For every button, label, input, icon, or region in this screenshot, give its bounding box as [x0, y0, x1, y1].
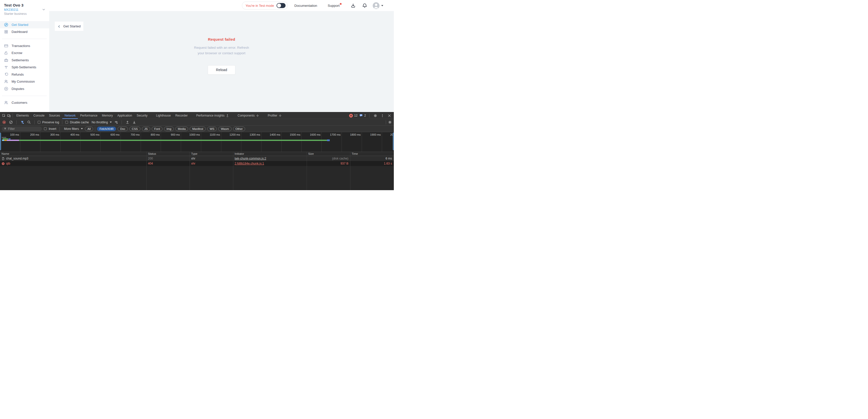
filter-funnel-icon[interactable]	[20, 120, 25, 125]
request-time: 6 ms	[350, 156, 394, 161]
initiator-link[interactable]: twk-chunk-common.js:2	[235, 156, 266, 161]
sidebar-item-disputes[interactable]: Disputes	[0, 85, 49, 92]
filter-type-manifest[interactable]: Manifest	[190, 127, 206, 131]
network-conditions-icon[interactable]	[114, 120, 119, 125]
download-icon[interactable]	[351, 3, 355, 8]
reload-button[interactable]: Reload	[208, 65, 235, 74]
disable-cache-checkbox[interactable]	[65, 121, 68, 124]
sidebar-item-transactions[interactable]: Transactions	[0, 42, 49, 50]
import-har-icon[interactable]	[125, 120, 130, 125]
more-filters-dropdown[interactable]: More filters	[64, 127, 83, 131]
sidebar-divider	[2, 39, 47, 39]
filter-type-js[interactable]: JS	[142, 127, 150, 131]
devtools-tab-security[interactable]: Security	[134, 112, 150, 119]
request-name-text: qtb	[6, 161, 10, 166]
sidebar-item-escrow[interactable]: Escrow	[0, 50, 49, 57]
filter-type-img[interactable]: Img	[164, 127, 174, 131]
support-link[interactable]: Support	[328, 4, 340, 7]
back-button[interactable]: Get Started	[55, 22, 83, 31]
invert-label[interactable]: Invert	[49, 127, 56, 131]
overview-right-handle[interactable]	[393, 132, 394, 150]
sidebar-item-get-started[interactable]: Get Started	[0, 21, 49, 28]
notifications-bell-icon[interactable]	[362, 3, 367, 8]
record-network-log-icon[interactable]	[1, 120, 6, 125]
filter-type-other[interactable]: Other	[233, 127, 245, 131]
devtools-tab-lighthouse[interactable]: Lighthouse	[154, 112, 173, 119]
filter-type-wasm[interactable]: Wasm	[218, 127, 231, 131]
clear-network-log-icon[interactable]	[8, 120, 13, 125]
inspect-element-icon[interactable]	[1, 113, 6, 118]
devtools-tab-performance-insights[interactable]: Performance insights	[194, 112, 231, 119]
network-overview-timeline[interactable]: 100 ms200 ms300 ms400 ms500 ms600 ms700 …	[0, 132, 394, 152]
devtools-tab-network[interactable]: Network	[62, 112, 78, 119]
timeline-tick-label: 1600 ms	[303, 133, 320, 136]
throttling-select[interactable]: No throttling	[92, 121, 112, 124]
devtools-tab-elements[interactable]: Elements	[14, 112, 31, 119]
waterfall-waiting-bar	[2, 139, 8, 140]
filter-input-wrap[interactable]	[2, 127, 42, 131]
documentation-link[interactable]: Documentation	[294, 4, 317, 7]
timeline-gridline	[281, 132, 282, 152]
preserve-log-checkbox[interactable]	[38, 121, 40, 124]
column-divider[interactable]	[307, 152, 307, 190]
sidebar-item-customers[interactable]: Customers	[0, 99, 49, 107]
column-header-status[interactable]: Status	[147, 152, 190, 156]
column-header-name[interactable]: Name	[0, 152, 147, 156]
column-divider[interactable]	[350, 152, 350, 190]
console-errors-badge[interactable]: ✕ 12	[349, 114, 358, 118]
sidebar-item-my-commission[interactable]: My Commission	[0, 78, 49, 85]
sidebar-item-refunds[interactable]: Refunds	[0, 71, 49, 78]
filter-type-font[interactable]: Font	[152, 127, 162, 131]
column-header-type[interactable]: Type	[190, 152, 233, 156]
timeline-tick-label: 2000 ms	[383, 133, 394, 136]
devtools-tab-recorder[interactable]: Recorder	[173, 112, 190, 119]
devtools-menu-kebab-icon[interactable]	[380, 113, 385, 118]
test-mode-pill[interactable]: You're in Test mode	[242, 1, 288, 9]
filter-input[interactable]	[8, 127, 36, 131]
devtools-tab-sources[interactable]: Sources	[47, 112, 62, 119]
devtools-tab-performance[interactable]: Performance	[78, 112, 100, 119]
column-header-size[interactable]: Size	[307, 152, 350, 156]
test-mode-toggle[interactable]	[277, 3, 285, 8]
column-header-initiator[interactable]: Initiator	[233, 152, 307, 156]
initiator-link[interactable]: 2.fd8b184e.chunk.js:1	[235, 161, 264, 166]
request-row-chat-sound-mp3[interactable]: chat_sound.mp3200xhrtwk-chunk-common.js:…	[0, 156, 394, 161]
devtools-settings-gear-icon[interactable]	[373, 113, 378, 118]
filter-type-doc[interactable]: Doc	[118, 127, 128, 131]
timeline-gridline	[321, 132, 322, 152]
sidebar-item-split-settlements[interactable]: Split-Settlements	[0, 64, 49, 71]
column-divider[interactable]	[190, 152, 190, 190]
devtools-tab-console[interactable]: Console	[31, 112, 47, 119]
column-header-time[interactable]: Time	[350, 152, 394, 156]
account-menu[interactable]	[373, 2, 383, 9]
export-har-icon[interactable]	[132, 120, 136, 125]
issues-badge[interactable]: 2	[360, 114, 366, 117]
timeline-gridline	[40, 132, 40, 152]
devtools-tab-application[interactable]: Application	[115, 112, 134, 119]
preserve-log-label[interactable]: Preserve log	[42, 121, 59, 124]
devtools-tab-memory[interactable]: Memory	[100, 112, 115, 119]
sidebar-item-dashboard[interactable]: Dashboard	[0, 28, 49, 36]
merchant-id[interactable]: MX230211	[4, 8, 46, 11]
sidebar-item-settlements[interactable]: Settlements	[0, 57, 49, 64]
invert-checkbox[interactable]	[44, 127, 47, 130]
disable-cache-label[interactable]: Disable cache	[70, 121, 89, 124]
network-settings-gear-icon[interactable]	[387, 120, 392, 125]
account-switcher[interactable]: Test Ovo 3 MX230211 Starter business	[0, 0, 49, 16]
device-toolbar-icon[interactable]	[6, 113, 11, 118]
timeline-tick-label: 400 ms	[62, 133, 80, 136]
filter-type-all[interactable]: All	[85, 127, 93, 131]
overview-left-handle[interactable]	[0, 132, 1, 150]
chevron-down-icon[interactable]	[42, 7, 46, 11]
filter-type-ws[interactable]: WS	[207, 127, 217, 131]
filter-type-css[interactable]: CSS	[129, 127, 141, 131]
devtools-close-icon[interactable]	[387, 113, 392, 118]
request-row-qtb[interactable]: qtb404xhr2.fd8b184e.chunk.js:1937 B1.63 …	[0, 161, 394, 166]
network-filter-bar: Invert More filters AllFetch/XHRDocCSSJS…	[0, 126, 394, 132]
filter-type-media[interactable]: Media	[175, 127, 188, 131]
devtools-tab-profiler[interactable]: Profiler	[266, 112, 284, 119]
filter-type-fetch-xhr[interactable]: Fetch/XHR	[97, 127, 116, 131]
timeline-gridline	[261, 132, 261, 152]
search-icon[interactable]	[26, 120, 31, 125]
devtools-tab-components[interactable]: Components	[235, 112, 261, 119]
